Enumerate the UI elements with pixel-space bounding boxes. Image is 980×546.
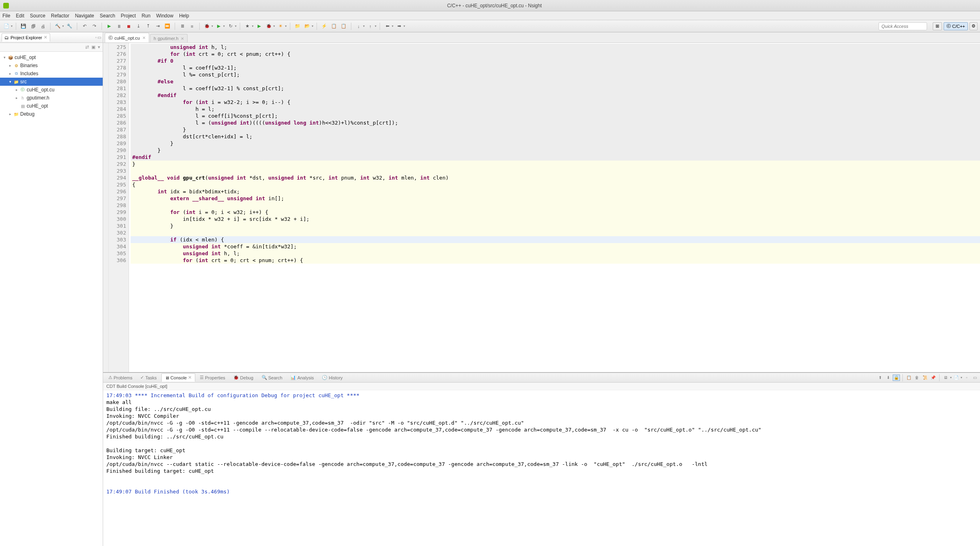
save-icon[interactable]: 💾	[19, 22, 27, 30]
step-into-icon[interactable]: ⤓	[134, 22, 142, 30]
back-icon[interactable]: ⬅	[383, 22, 391, 30]
next-annotation-icon[interactable]: ↓	[355, 22, 363, 30]
open-perspective-button[interactable]: ⊞	[933, 22, 942, 30]
pin-icon[interactable]: 📌	[929, 375, 937, 381]
scroll-down-icon[interactable]: ⬇	[885, 375, 892, 381]
instruction-step-icon[interactable]: ≣	[178, 22, 186, 30]
redo-icon[interactable]: ↷	[90, 22, 98, 30]
code-line[interactable]: for (int i = 0; i < w32; i++) {	[131, 209, 980, 216]
display-console-icon[interactable]: 🖥	[942, 375, 949, 381]
code-line[interactable]: l = coeff[w32-1];	[131, 64, 980, 71]
menu-navigate[interactable]: Navigate	[75, 13, 94, 19]
wrap-icon[interactable]: 📜	[921, 375, 929, 381]
tree-file[interactable]: ▸ h gputimer.h	[0, 94, 103, 102]
bottom-tab-tasks[interactable]: ✓Tasks	[137, 373, 160, 382]
task-icon[interactable]: 📋	[330, 22, 338, 30]
suspend-icon[interactable]: ⏸	[115, 22, 123, 30]
toggle-breadcrumb-icon[interactable]: ⚡	[320, 22, 328, 30]
open-console-icon[interactable]: 📄	[953, 375, 960, 381]
dropdown-arrow-icon[interactable]: ▾	[211, 24, 213, 28]
undo-icon[interactable]: ↶	[80, 22, 89, 30]
twist-icon[interactable]: ▸	[15, 88, 19, 92]
debug-last-icon[interactable]: 🐞	[265, 22, 273, 30]
code-line[interactable]: for (int crt = 0; crt < pnum; crt++) {	[131, 51, 980, 57]
editor-tab[interactable]: ⓒcuHE_opt.cu✕	[105, 33, 149, 42]
twist-icon[interactable]: ▸	[15, 96, 19, 100]
step-over-icon[interactable]: ⤒	[144, 22, 152, 30]
editor-tab[interactable]: hgputimer.h✕	[150, 34, 188, 42]
code-line[interactable]: unsigned int *coeff = &in[tidx*w32];	[131, 243, 980, 250]
scroll-lock-icon[interactable]: 🔒	[893, 375, 900, 381]
code-line[interactable]: dst[crt*clen+idx] = l;	[131, 133, 980, 140]
code-line[interactable]: }	[131, 140, 980, 147]
twist-icon[interactable]: ▾	[2, 55, 6, 59]
close-icon[interactable]: ✕	[181, 36, 184, 41]
dropdown-arrow-icon[interactable]: ▾	[363, 24, 365, 28]
tree-debug[interactable]: ▸ 📁 Debug	[0, 110, 103, 118]
bottom-tab-history[interactable]: 🕓History	[318, 373, 346, 382]
bottom-tab-analysis[interactable]: 📊Analysis	[287, 373, 317, 382]
link-editor-icon[interactable]: ⇄	[85, 44, 89, 50]
menu-window[interactable]: Window	[156, 13, 173, 19]
code-line[interactable]: __global__ void gpu_crt(unsigned int *ds…	[131, 174, 980, 181]
code-line[interactable]: }	[131, 126, 980, 133]
open-type-icon[interactable]: 📁	[294, 22, 302, 30]
terminate-icon[interactable]: ⏹	[125, 22, 133, 30]
perspective-c-cpp[interactable]: ⓒ C/C++	[944, 22, 968, 30]
tree-project[interactable]: ▾ 📦 cuHE_opt	[0, 53, 103, 61]
twist-icon[interactable]: ▸	[8, 72, 12, 76]
code-line[interactable]: unsigned int h, l;	[131, 250, 980, 257]
code-line[interactable]: int idx = bidx*bdimx+tidx;	[131, 188, 980, 195]
build-icon[interactable]: 🔨	[54, 22, 62, 30]
menu-search[interactable]: Search	[100, 13, 115, 19]
dropdown-arrow-icon[interactable]: ▾	[235, 24, 237, 28]
save-all-icon[interactable]: 🗐	[29, 22, 37, 30]
run-to-line-icon[interactable]: ⏩	[163, 22, 171, 30]
max-icon[interactable]: ▭	[971, 375, 978, 381]
perspective-menu[interactable]: ⚙	[969, 22, 978, 30]
print-icon[interactable]: 🖨	[39, 22, 47, 30]
menu-run[interactable]: Run	[142, 13, 150, 19]
dropdown-arrow-icon[interactable]: ▾	[11, 24, 13, 28]
code-line[interactable]	[131, 202, 980, 209]
dropdown-arrow-icon[interactable]: ▾	[403, 24, 405, 28]
tab-close-icon[interactable]: ✕	[44, 35, 47, 40]
code-line[interactable]: extern __shared__ unsigned int in[];	[131, 195, 980, 202]
code-line[interactable]: l = coeff[w32-1] % const_p[crt];	[131, 85, 980, 92]
dropdown-arrow-icon[interactable]: ▾	[312, 24, 313, 28]
code-line[interactable]: for (int crt = 0; crt < pnum; crt++) {	[131, 257, 980, 264]
menu-refactor[interactable]: Refactor	[51, 13, 69, 19]
menu-help[interactable]: Help	[179, 13, 189, 19]
code-line[interactable]: }	[131, 222, 980, 229]
dropdown-arrow-icon[interactable]: ▾	[375, 24, 376, 28]
code-line[interactable]: #if 0	[131, 57, 980, 64]
code-line[interactable]: }	[131, 161, 980, 167]
tree-file[interactable]: ▤ cuHE_opt	[0, 102, 103, 110]
bottom-tab-properties[interactable]: ☰Properties	[196, 373, 229, 382]
view-maximize-icon[interactable]: ▭	[97, 35, 101, 40]
clear-icon[interactable]: 🗑	[913, 375, 921, 381]
code-line[interactable]	[131, 167, 980, 174]
debug-icon[interactable]: 🐞	[203, 22, 211, 30]
code-line[interactable]: unsigned int h, l;	[131, 44, 980, 51]
close-icon[interactable]: ✕	[142, 36, 146, 40]
dropdown-arrow-icon[interactable]: ▾	[223, 24, 225, 28]
code-line[interactable]: if (idx < mlen) {	[131, 236, 980, 243]
bottom-tab-console[interactable]: 🖥Console ✕	[161, 373, 195, 382]
bottom-tab-problems[interactable]: ⚠Problems	[105, 373, 136, 382]
menu-file[interactable]: File	[2, 13, 10, 19]
editor[interactable]: 2752762772782792802812822832842852862872…	[103, 43, 980, 372]
twist-icon[interactable]: ▸	[8, 112, 12, 116]
run-icon[interactable]: ▶	[215, 22, 223, 30]
tree-includes[interactable]: ▸ ⧉ Includes	[0, 70, 103, 78]
code-line[interactable]: #endif	[131, 92, 980, 99]
code-line[interactable]: #else	[131, 78, 980, 85]
twist-icon[interactable]: ▸	[8, 63, 12, 68]
prev-annotation-icon[interactable]: ↑	[366, 22, 374, 30]
code-line[interactable]: l %= const_p[crt];	[131, 71, 980, 78]
menu-edit[interactable]: Edit	[16, 13, 24, 19]
quick-access-input[interactable]	[879, 22, 927, 30]
dropdown-arrow-icon[interactable]: ▾	[252, 24, 253, 28]
copy-icon[interactable]: 📋	[905, 375, 912, 381]
code-line[interactable]: in[tidx * w32 + i] = src[idx * w32 + i];	[131, 216, 980, 222]
